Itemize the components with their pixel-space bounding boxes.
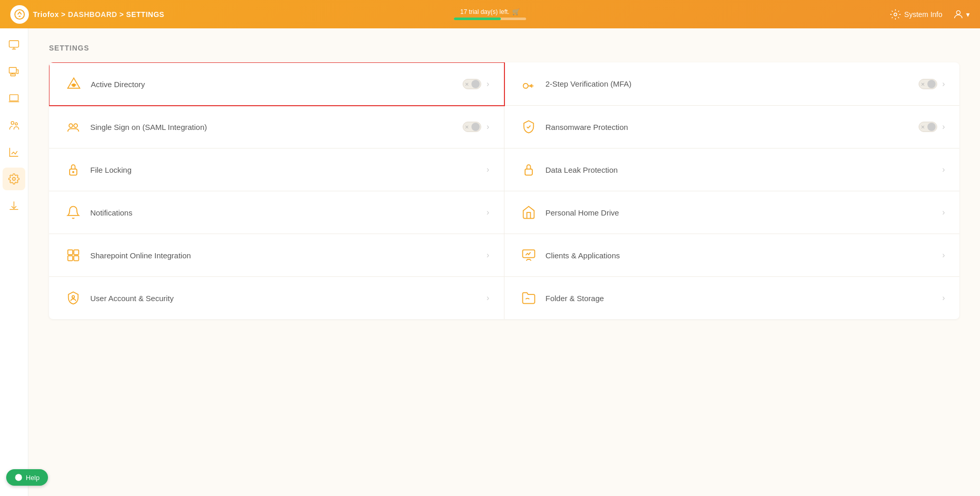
- sso-label: Single Sign on (SAML Integration): [90, 123, 463, 131]
- notifications-label: Notifications: [90, 208, 486, 217]
- settings-breadcrumb: SETTINGS: [126, 10, 165, 19]
- breadcrumb: Triofox > DASHBOARD > SETTINGS: [33, 10, 165, 19]
- chevron-right-icon: ›: [486, 293, 489, 303]
- svg-point-7: [11, 122, 14, 125]
- data-leak-icon: [519, 160, 538, 179]
- header-left: Triofox > DASHBOARD > SETTINGS: [10, 5, 890, 24]
- data-leak-label: Data Leak Protection: [546, 166, 942, 174]
- svg-rect-16: [525, 169, 532, 175]
- svg-rect-6: [10, 95, 19, 101]
- settings-item-file-locking[interactable]: File Locking ›: [49, 148, 504, 191]
- help-label: Help: [26, 474, 40, 482]
- folder-storage-label: Folder & Storage: [546, 294, 942, 303]
- ransomware-label: Ransomware Protection: [546, 123, 919, 131]
- active-directory-label: Active Directory: [91, 80, 463, 89]
- sidebar: [0, 28, 28, 496]
- svg-point-11: [523, 83, 528, 88]
- clients-icon: [519, 245, 538, 265]
- chevron-right-icon: ›: [942, 208, 945, 217]
- svg-rect-3: [9, 41, 19, 47]
- trial-text: 17 trial day(s) left. 🛒: [460, 8, 519, 15]
- main-layout: SETTINGS Active Directory ›: [0, 28, 980, 496]
- settings-item-ransomware[interactable]: Ransomware Protection ›: [504, 106, 960, 148]
- clients-label: Clients & Applications: [546, 251, 942, 260]
- svg-point-12: [69, 124, 73, 127]
- settings-item-2step[interactable]: 2-Step Verification (MFA) ›: [504, 62, 960, 106]
- sharepoint-icon: [63, 245, 83, 265]
- page-title: SETTINGS: [49, 44, 959, 52]
- folder-icon: [519, 288, 538, 308]
- svg-point-13: [74, 124, 77, 127]
- svg-rect-21: [522, 250, 534, 258]
- sidebar-item-devices[interactable]: [3, 60, 25, 83]
- active-directory-toggle[interactable]: [463, 79, 481, 89]
- svg-rect-19: [68, 256, 73, 260]
- settings-grid: Active Directory › 2-Step Veri: [49, 62, 959, 319]
- help-button[interactable]: ? Help: [6, 469, 48, 486]
- sharepoint-label: Sharepoint Online Integration: [90, 251, 486, 260]
- dashboard-link[interactable]: DASHBOARD: [68, 10, 118, 19]
- settings-item-clients[interactable]: Clients & Applications ›: [504, 234, 960, 277]
- chevron-right-icon: ›: [486, 122, 489, 131]
- 2step-toggle[interactable]: [919, 79, 937, 89]
- system-info-button[interactable]: System Info: [890, 9, 942, 20]
- svg-text:?: ?: [17, 475, 20, 480]
- svg-point-10: [73, 84, 75, 87]
- settings-item-data-leak[interactable]: Data Leak Protection ›: [504, 148, 960, 191]
- settings-item-user-account[interactable]: User Account & Security ›: [49, 277, 504, 319]
- chevron-right-icon: ›: [486, 165, 489, 174]
- main-content: SETTINGS Active Directory ›: [28, 28, 980, 496]
- sso-toggle[interactable]: [463, 122, 481, 132]
- svg-rect-5: [11, 74, 15, 76]
- sidebar-item-workstations[interactable]: [3, 87, 25, 110]
- chevron-right-icon: ›: [942, 293, 945, 303]
- app-name: Triofox: [33, 10, 59, 19]
- svg-point-0: [15, 9, 24, 19]
- system-info-label: System Info: [904, 10, 942, 19]
- shield-user-icon: [63, 288, 83, 308]
- sidebar-item-dashboard[interactable]: [3, 34, 25, 56]
- svg-rect-17: [68, 250, 73, 255]
- progress-bar: [454, 18, 526, 20]
- settings-item-notifications[interactable]: Notifications ›: [49, 191, 504, 234]
- svg-point-8: [15, 123, 18, 125]
- svg-point-22: [72, 295, 75, 298]
- chevron-right-icon: ›: [486, 79, 489, 89]
- chevron-down-icon: ▾: [966, 10, 970, 19]
- chevron-right-icon: ›: [486, 208, 489, 217]
- bell-icon: [63, 203, 83, 222]
- svg-rect-4: [9, 68, 17, 73]
- sidebar-item-reports[interactable]: [3, 141, 25, 163]
- settings-item-folder-storage[interactable]: Folder & Storage ›: [504, 277, 960, 319]
- user-account-label: User Account & Security: [90, 294, 486, 303]
- file-locking-label: File Locking: [90, 166, 486, 174]
- top-header: Triofox > DASHBOARD > SETTINGS 17 trial …: [0, 0, 980, 28]
- key-icon: [519, 74, 538, 94]
- settings-item-sso[interactable]: Single Sign on (SAML Integration) ›: [49, 106, 504, 148]
- svg-point-2: [956, 10, 960, 14]
- settings-item-active-directory[interactable]: Active Directory ›: [49, 62, 505, 106]
- logo: [10, 5, 29, 24]
- sidebar-item-downloads[interactable]: [3, 194, 25, 217]
- cart-icon[interactable]: 🛒: [512, 8, 520, 15]
- file-lock-icon: [63, 160, 83, 179]
- settings-item-personal-home[interactable]: Personal Home Drive ›: [504, 191, 960, 234]
- home-icon: [519, 203, 538, 222]
- chevron-right-icon: ›: [486, 251, 489, 260]
- progress-fill: [454, 18, 501, 20]
- chevron-right-icon: ›: [942, 251, 945, 260]
- chevron-right-icon: ›: [942, 79, 945, 89]
- svg-rect-20: [74, 256, 78, 260]
- sso-icon: [63, 117, 83, 137]
- chevron-right-icon: ›: [942, 165, 945, 174]
- sidebar-item-users[interactable]: [3, 114, 25, 137]
- svg-point-9: [12, 177, 15, 180]
- chevron-right-icon: ›: [942, 122, 945, 131]
- header-center: 17 trial day(s) left. 🛒: [454, 8, 526, 20]
- personal-home-label: Personal Home Drive: [546, 208, 942, 217]
- ransomware-toggle[interactable]: [919, 122, 937, 132]
- svg-rect-18: [74, 250, 78, 255]
- sidebar-item-settings[interactable]: [3, 168, 25, 190]
- settings-item-sharepoint[interactable]: Sharepoint Online Integration ›: [49, 234, 504, 277]
- user-button[interactable]: ▾: [953, 9, 970, 20]
